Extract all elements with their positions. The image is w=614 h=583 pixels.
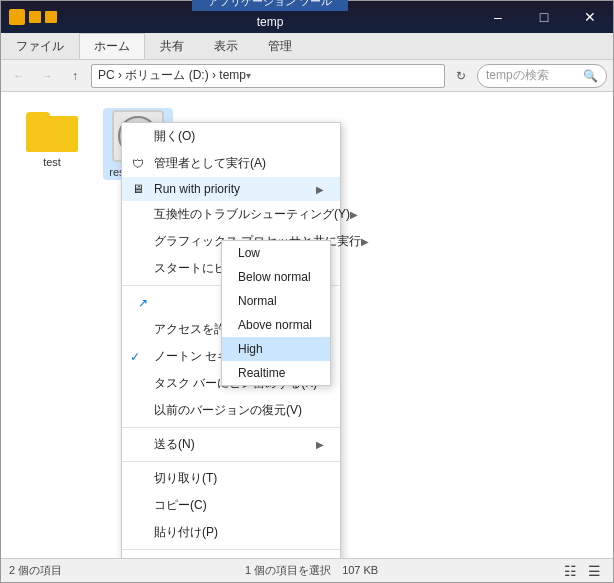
tab-manage[interactable]: 管理 [253, 33, 307, 59]
search-placeholder: tempの検索 [486, 67, 549, 84]
ribbon: ファイル ホーム 共有 表示 管理 [1, 33, 613, 60]
maximize-button[interactable]: □ [521, 1, 567, 33]
status-right: ☷ ☰ [561, 561, 605, 581]
separator-2 [122, 461, 340, 462]
ribbon-tabs: ファイル ホーム 共有 表示 管理 [1, 33, 613, 59]
menu-copy-label: コピー(C) [154, 497, 207, 514]
menu-paste-label: 貼り付け(P) [154, 524, 218, 541]
submenu-above-normal[interactable]: Above normal [222, 313, 330, 337]
separator-1 [122, 427, 340, 428]
tab-file[interactable]: ファイル [1, 33, 79, 59]
menu-run-priority-label: Run with priority [154, 182, 240, 196]
address-bar: ← → ↑ PC › ボリューム (D:) › temp ▾ ↻ tempの検索… [1, 60, 613, 92]
separator-3 [122, 549, 340, 550]
submenu-low[interactable]: Low [222, 241, 330, 265]
submenu-arrow-sendto: ▶ [316, 439, 324, 450]
submenu-high[interactable]: High [222, 337, 330, 361]
tab-home[interactable]: ホーム [79, 33, 145, 59]
check-icon: ✓ [130, 350, 140, 364]
window-title: temp [257, 11, 284, 33]
folder-icon [26, 108, 78, 152]
up-button[interactable]: ↑ [63, 64, 87, 88]
view-details-button[interactable]: ☰ [585, 561, 605, 581]
menu-restore-label: 以前のバージョンの復元(V) [154, 402, 302, 419]
app-tools-label: アプリケーション ツール [192, 0, 348, 11]
back-button[interactable]: ← [7, 64, 31, 88]
main-area: test ⊙ resmon.exe 開く(O) 🛡 管理者として実行(A) 🖥 … [1, 92, 613, 558]
menu-troubleshoot[interactable]: 互換性のトラブルシューティング(Y) ▶ [122, 201, 340, 228]
minimize-button[interactable]: – [475, 1, 521, 33]
file-label-test: test [43, 156, 61, 168]
status-selected-info: 1 個の項目を選択 107 KB [245, 563, 378, 578]
tab-share[interactable]: 共有 [145, 33, 199, 59]
app-icon-small [29, 11, 41, 23]
refresh-button[interactable]: ↻ [449, 64, 473, 88]
shield-icon: 🛡 [130, 156, 146, 172]
menu-send-to[interactable]: 送る(N) ▶ [122, 431, 340, 458]
address-path: PC › ボリューム (D:) › temp [98, 67, 246, 84]
window: アプリケーション ツール temp – □ ✕ ファイル ホーム 共有 表示 管… [0, 0, 614, 583]
file-item-test[interactable]: test [17, 108, 87, 180]
search-icon: 🔍 [583, 69, 598, 83]
menu-troubleshoot-label: 互換性のトラブルシューティング(Y) [154, 206, 350, 223]
menu-restore[interactable]: 以前のバージョンの復元(V) [122, 397, 340, 424]
submenu-arrow-troubleshoot: ▶ [350, 209, 358, 220]
title-bar-controls: – □ ✕ [475, 1, 613, 33]
close-button[interactable]: ✕ [567, 1, 613, 33]
view-list-button[interactable]: ☷ [561, 561, 581, 581]
title-bar-center: アプリケーション ツール temp [65, 1, 475, 33]
status-item-count: 2 個の項目 [9, 563, 62, 578]
menu-cut[interactable]: 切り取り(T) [122, 465, 340, 492]
address-chevron-icon: ▾ [246, 70, 251, 81]
address-field[interactable]: PC › ボリューム (D:) › temp ▾ [91, 64, 445, 88]
menu-run-priority[interactable]: 🖥 Run with priority ▶ [122, 177, 340, 201]
status-bar: 2 個の項目 1 個の項目を選択 107 KB ☷ ☰ [1, 558, 613, 582]
submenu-below-normal[interactable]: Below normal [222, 265, 330, 289]
menu-open[interactable]: 開く(O) [122, 123, 340, 150]
submenu: Low Below normal Normal Above normal Hig… [221, 240, 331, 386]
forward-button[interactable]: → [35, 64, 59, 88]
menu-paste[interactable]: 貼り付け(P) [122, 519, 340, 546]
menu-copy[interactable]: コピー(C) [122, 492, 340, 519]
submenu-arrow-priority: ▶ [316, 184, 324, 195]
tab-view[interactable]: 表示 [199, 33, 253, 59]
menu-shortcut[interactable]: ショートカットの作成(S) [122, 553, 340, 558]
submenu-arrow-graphics: ▶ [361, 236, 369, 247]
app-icon-small2 [45, 11, 57, 23]
menu-open-label: 開く(O) [154, 128, 195, 145]
app-icon [9, 9, 25, 25]
menu-run-admin-label: 管理者として実行(A) [154, 155, 266, 172]
search-field[interactable]: tempの検索 🔍 [477, 64, 607, 88]
menu-run-admin[interactable]: 🛡 管理者として実行(A) [122, 150, 340, 177]
monitor-icon: 🖥 [130, 181, 146, 197]
submenu-normal[interactable]: Normal [222, 289, 330, 313]
menu-cut-label: 切り取り(T) [154, 470, 217, 487]
menu-send-to-label: 送る(N) [154, 436, 195, 453]
title-bar: アプリケーション ツール temp – □ ✕ [1, 1, 613, 33]
share-icon: ↗ [138, 296, 148, 310]
title-bar-left [1, 1, 65, 33]
submenu-realtime[interactable]: Realtime [222, 361, 330, 385]
